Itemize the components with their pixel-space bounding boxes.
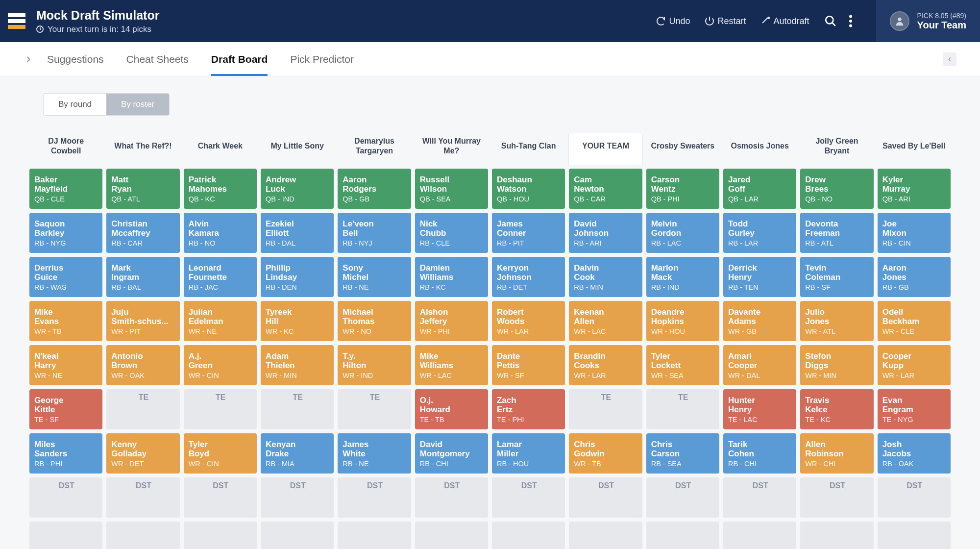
player-card[interactable]: JulianEdelmanWR - NE bbox=[184, 301, 257, 341]
player-card[interactable]: DalvinCookRB - MIN bbox=[569, 257, 642, 297]
tab-pick-predictor[interactable]: Pick Predictor bbox=[290, 42, 354, 76]
player-card[interactable]: RussellWilsonQB - SEA bbox=[415, 169, 488, 209]
player-card[interactable]: ChristianMccaffreyRB - CAR bbox=[106, 213, 179, 253]
team-header[interactable]: Osmosis Jones bbox=[723, 133, 796, 165]
expand-right-icon[interactable] bbox=[943, 52, 956, 66]
player-card[interactable]: TarikCohenRB - CHI bbox=[723, 433, 796, 474]
player-card[interactable]: AdamThielenWR - MIN bbox=[261, 345, 334, 385]
your-team-panel[interactable]: PICK 8.05 (#89) Your Team bbox=[876, 0, 980, 42]
player-card[interactable]: MikeWilliamsWR - LAC bbox=[415, 345, 488, 385]
autodraft-button[interactable]: Autodraft bbox=[761, 16, 809, 26]
player-card[interactable]: AntonioBrownWR - OAK bbox=[106, 345, 179, 385]
player-card[interactable]: AaronJonesRB - GB bbox=[878, 257, 951, 297]
player-card[interactable]: EvanEngramTE - NYG bbox=[878, 389, 951, 429]
tab-suggestions[interactable]: Suggestions bbox=[47, 42, 104, 76]
player-card[interactable]: TyreekHillWR - KC bbox=[261, 301, 334, 341]
player-card[interactable]: DeshaunWatsonQB - HOU bbox=[492, 169, 565, 209]
player-card[interactable]: MarkIngramRB - BAL bbox=[106, 257, 179, 297]
player-card[interactable]: JoshJacobsRB - OAK bbox=[878, 433, 951, 474]
player-card[interactable]: ZachErtzTE - PHI bbox=[492, 389, 565, 429]
restart-button[interactable]: Restart bbox=[705, 16, 746, 26]
player-card[interactable]: T.y.HiltonWR - IND bbox=[338, 345, 411, 385]
player-card[interactable]: LeonardFournetteRB - JAC bbox=[184, 257, 257, 297]
search-icon[interactable] bbox=[824, 15, 837, 27]
player-card[interactable]: DerriusGuiceRB - WAS bbox=[29, 257, 102, 297]
player-card[interactable]: MarlonMackRB - IND bbox=[646, 257, 719, 297]
more-icon[interactable] bbox=[849, 15, 853, 27]
player-card[interactable]: KennyGolladayWR - DET bbox=[106, 433, 179, 474]
player-card[interactable]: DavanteAdamsWR - GB bbox=[723, 301, 796, 341]
player-card[interactable]: DerrickHenryRB - TEN bbox=[723, 257, 796, 297]
player-card[interactable]: DrewBreesQB - NO bbox=[800, 169, 873, 209]
player-card[interactable]: LamarMillerRB - HOU bbox=[492, 433, 565, 474]
player-card[interactable]: JujuSmith-schus...WR - PIT bbox=[106, 301, 179, 341]
player-card[interactable]: BrandinCooksWR - LAR bbox=[569, 345, 642, 385]
player-card[interactable]: N'kealHarryWR - NE bbox=[29, 345, 102, 385]
player-card[interactable]: OdellBeckhamWR - CLE bbox=[878, 301, 951, 341]
player-card[interactable]: PhillipLindsayRB - DEN bbox=[261, 257, 334, 297]
player-card[interactable]: HunterHenryTE - LAC bbox=[723, 389, 796, 429]
team-header[interactable]: My Little Sony bbox=[261, 133, 334, 165]
player-card[interactable]: A.j.GreenWR - CIN bbox=[184, 345, 257, 385]
player-card[interactable]: AmariCooperWR - DAL bbox=[723, 345, 796, 385]
expand-left-icon[interactable] bbox=[24, 54, 33, 64]
undo-button[interactable]: Undo bbox=[657, 16, 690, 26]
player-card[interactable]: DantePettisWR - SF bbox=[492, 345, 565, 385]
player-card[interactable]: CamNewtonQB - CAR bbox=[569, 169, 642, 209]
player-card[interactable]: DavidJohnsonRB - ARI bbox=[569, 213, 642, 253]
player-card[interactable]: AaronRodgersQB - GB bbox=[338, 169, 411, 209]
player-card[interactable]: KeenanAllenWR - LAC bbox=[569, 301, 642, 341]
player-card[interactable]: AlvinKamaraRB - NO bbox=[184, 213, 257, 253]
team-header[interactable]: Crosby Sweaters bbox=[646, 133, 719, 165]
player-card[interactable]: MattRyanQB - ATL bbox=[106, 169, 179, 209]
player-card[interactable]: BakerMayfieldQB - CLE bbox=[29, 169, 102, 209]
team-header[interactable]: YOUR TEAM bbox=[569, 133, 642, 165]
player-card[interactable]: DeandreHopkinsWR - HOU bbox=[646, 301, 719, 341]
team-header[interactable]: Suh-Tang Clan bbox=[492, 133, 565, 165]
player-card[interactable]: TevinColemanRB - SF bbox=[800, 257, 873, 297]
team-header[interactable]: Saved By Le'Bell bbox=[878, 133, 951, 165]
player-card[interactable]: O.j.HowardTE - TB bbox=[415, 389, 488, 429]
team-header[interactable]: What The Ref?! bbox=[106, 133, 179, 165]
player-card[interactable]: ChrisCarsonRB - SEA bbox=[646, 433, 719, 474]
player-card[interactable]: KerryonJohnsonRB - DET bbox=[492, 257, 565, 297]
player-card[interactable]: DamienWilliamsRB - KC bbox=[415, 257, 488, 297]
player-card[interactable]: KylerMurrayQB - ARI bbox=[878, 169, 951, 209]
player-card[interactable]: MichaelThomasWR - NO bbox=[338, 301, 411, 341]
player-card[interactable]: StefonDiggsWR - MIN bbox=[800, 345, 873, 385]
team-header[interactable]: DJ Moore Cowbell bbox=[29, 133, 102, 165]
player-card[interactable]: ToddGurleyRB - LAR bbox=[723, 213, 796, 253]
player-card[interactable]: AllenRobinsonWR - CHI bbox=[800, 433, 873, 474]
player-card[interactable]: CooperKuppWR - LAR bbox=[878, 345, 951, 385]
player-card[interactable]: EzekielElliottRB - DAL bbox=[261, 213, 334, 253]
player-card[interactable]: JoeMixonRB - CIN bbox=[878, 213, 951, 253]
team-header[interactable]: Jolly Green Bryant bbox=[800, 133, 873, 165]
tab-draft-board[interactable]: Draft Board bbox=[211, 42, 268, 76]
tab-cheat-sheets[interactable]: Cheat Sheets bbox=[126, 42, 189, 76]
player-card[interactable]: MelvinGordonRB - LAC bbox=[646, 213, 719, 253]
player-card[interactable]: DavidMontgomeryRB - CHI bbox=[415, 433, 488, 474]
player-card[interactable]: GeorgeKittleTE - SF bbox=[29, 389, 102, 429]
player-card[interactable]: SaquonBarkleyRB - NYG bbox=[29, 213, 102, 253]
player-card[interactable]: CarsonWentzQB - PHI bbox=[646, 169, 719, 209]
player-card[interactable]: TylerLockettWR - SEA bbox=[646, 345, 719, 385]
player-card[interactable]: JaredGoffQB - LAR bbox=[723, 169, 796, 209]
player-card[interactable]: JamesWhiteRB - NE bbox=[338, 433, 411, 474]
player-card[interactable]: PatrickMahomesQB - KC bbox=[184, 169, 257, 209]
player-card[interactable]: ChrisGodwinWR - TB bbox=[569, 433, 642, 474]
player-card[interactable]: DevontaFreemanRB - ATL bbox=[800, 213, 873, 253]
player-card[interactable]: JamesConnerRB - PIT bbox=[492, 213, 565, 253]
player-card[interactable]: TravisKelceTE - KC bbox=[800, 389, 873, 429]
player-card[interactable]: Le'veonBellRB - NYJ bbox=[338, 213, 411, 253]
player-card[interactable]: AndrewLuckQB - IND bbox=[261, 169, 334, 209]
player-card[interactable]: AlshonJefferyWR - PHI bbox=[415, 301, 488, 341]
player-card[interactable]: JulioJonesWR - ATL bbox=[800, 301, 873, 341]
player-card[interactable]: NickChubbRB - CLE bbox=[415, 213, 488, 253]
player-card[interactable]: MilesSandersRB - PHI bbox=[29, 433, 102, 474]
player-card[interactable]: KenyanDrakeRB - MIA bbox=[261, 433, 334, 474]
by-round-toggle[interactable]: By round bbox=[44, 94, 106, 115]
team-header[interactable]: Demaryius Targaryen bbox=[338, 133, 411, 165]
by-roster-toggle[interactable]: By roster bbox=[106, 94, 169, 115]
team-header[interactable]: Chark Week bbox=[184, 133, 257, 165]
team-header[interactable]: Will You Murray Me? bbox=[415, 133, 488, 165]
